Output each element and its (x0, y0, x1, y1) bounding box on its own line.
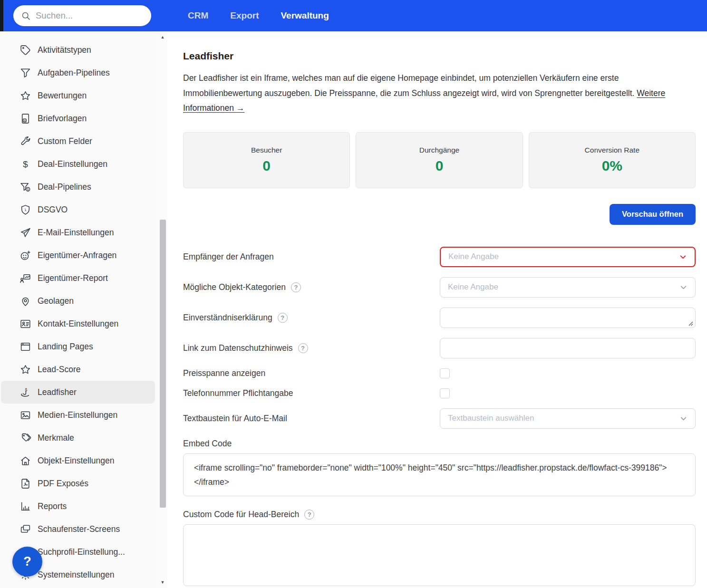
sidebar-item-bewertungen[interactable]: Bewertungen (0, 84, 158, 107)
help-circle-icon[interactable]: ? (304, 510, 314, 520)
embed-code-label: Embed Code (183, 439, 696, 449)
phone-required-checkbox[interactable] (440, 388, 450, 398)
tags-icon (19, 432, 31, 444)
open-preview-button[interactable]: Vorschau öffnen (610, 204, 696, 225)
sidebar-item-label: DSGVO (38, 205, 68, 215)
sidebar-item-kontakt-einstellungen[interactable]: Kontakt-Einstellungen (0, 312, 158, 335)
help-button[interactable]: ? (12, 547, 42, 577)
scrollbar-thumb[interactable] (160, 220, 166, 508)
recipients-select[interactable]: Keine Angabe (440, 247, 696, 267)
sidebar-item-deal-einstellungen[interactable]: $Deal-Einstellungen (0, 153, 158, 175)
form-row-auto-email: Textbaustein für Auto-E-Mail Textbaustei… (183, 408, 696, 429)
global-search[interactable] (13, 5, 151, 26)
settings-sidebar: AktivitätstypenAufgaben-PipelinesBewertu… (0, 31, 158, 588)
sidebar-item-custom-felder[interactable]: Custom Felder (0, 130, 158, 153)
sidebar-item-merkmale[interactable]: Merkmale (0, 426, 158, 449)
stat-card-durchgaenge: Durchgänge 0 (356, 132, 523, 188)
funnel-icon (19, 67, 31, 79)
word-document-icon: w (19, 112, 31, 125)
form-row-categories: Mögliche Objekt-Kategorien ? Keine Angab… (183, 277, 696, 298)
field-label: Mögliche Objekt-Kategorien ? (183, 282, 440, 292)
search-input[interactable] (36, 10, 151, 21)
shield-icon: 1 (19, 203, 31, 216)
stat-card-besucher: Besucher 0 (183, 132, 350, 188)
sidebar-item-dsgvo[interactable]: 1DSGVO (0, 198, 158, 221)
sidebar-item-landing-pages[interactable]: Landing Pages (0, 335, 158, 358)
sidebar-item-label: Systemeinstellungen (38, 570, 114, 580)
sidebar-item-aufgaben-pipelines[interactable]: Aufgaben-Pipelines (0, 61, 158, 84)
auto-email-select[interactable]: Textbaustein auswählen (440, 408, 696, 429)
sidebar-item-reports[interactable]: Reports (0, 495, 158, 518)
embed-code-box[interactable]: <iframe scrolling="no" frameborder="none… (183, 453, 696, 496)
scrollbar-up-arrow-icon[interactable]: ▲ (158, 32, 167, 42)
sidebar-item-label: Briefvorlagen (38, 114, 87, 124)
privacy-link-input[interactable] (440, 338, 696, 358)
leadfisher-form: Empfänger der Anfragen Keine Angabe Mögl… (183, 247, 696, 586)
button-row: Vorschau öffnen (183, 204, 696, 225)
nav-tab-crm[interactable]: CRM (188, 10, 208, 21)
sidebar-item-lead-score[interactable]: Lead-Score (0, 358, 158, 381)
label-text: Custom Code für Head-Bereich (183, 510, 299, 520)
sidebar-item-label: Geolagen (38, 296, 74, 306)
page-title: Leadfisher (183, 50, 696, 62)
pdf-document-icon (19, 477, 31, 490)
label-text: Mögliche Objekt-Kategorien (183, 282, 286, 292)
label-text: Embed Code (183, 439, 232, 449)
browser-window-icon (19, 340, 31, 353)
sidebar-item-pdf-expos-s[interactable]: PDF Exposés (0, 472, 158, 495)
funnel-dollar-icon: $ (19, 181, 31, 193)
select-placeholder: Textbaustein auswählen (448, 414, 534, 423)
custom-head-code-textarea[interactable] (183, 524, 696, 586)
sidebar-item-label: Aufgaben-Pipelines (38, 68, 110, 78)
nav-tab-verwaltung[interactable]: Verwaltung (281, 10, 329, 21)
sidebar-item-eigentümer-report[interactable]: Eigentümer-Report (0, 267, 158, 289)
form-row-phone-required: Telefonnummer Pflichtangabe (183, 388, 696, 398)
sidebar-item-label: Deal-Pipelines (38, 182, 91, 192)
help-circle-icon[interactable]: ? (278, 313, 288, 323)
dollar-icon: $ (19, 158, 31, 170)
resize-handle-icon[interactable] (688, 320, 693, 326)
scrollbar-down-arrow-icon[interactable]: ▼ (158, 578, 167, 587)
contact-card-icon (19, 318, 31, 330)
stat-value: 0% (602, 158, 622, 174)
sidebar-item-label: Aktivitätstypen (38, 45, 91, 55)
select-value: Keine Angabe (448, 252, 499, 261)
main-content: Leadfisher Der Leadfisher ist ein Iframe… (167, 31, 707, 588)
sidebar-item-briefvorlagen[interactable]: wBriefvorlagen (0, 107, 158, 130)
presentation-icon (19, 272, 31, 284)
consent-textarea[interactable] (440, 308, 696, 328)
tag-icon (19, 44, 31, 56)
top-bar: CRM Export Verwaltung (0, 0, 707, 31)
sidebar-item-aktivitätstypen[interactable]: Aktivitätstypen (0, 39, 158, 61)
sidebar-item-label: Objekt-Einstellungen (38, 456, 114, 466)
stat-value: 0 (262, 158, 271, 174)
stat-value: 0 (436, 158, 444, 174)
sidebar-item-objekt-einstellungen[interactable]: Objekt-Einstellungen (0, 449, 158, 472)
help-circle-icon[interactable]: ? (291, 282, 301, 292)
field-label: Preisspanne anzeigen (183, 368, 440, 378)
chevron-down-icon (679, 414, 688, 423)
sidebar-item-e-mail-einstellungen[interactable]: E-Mail-Einstellungen (0, 221, 158, 244)
label-text: Preisspanne anzeigen (183, 368, 265, 378)
sidebar-item-label: Leadfisher (38, 387, 77, 397)
sidebar-item-label: Medien-Einstellungen (38, 410, 117, 420)
field-label: Textbaustein für Auto-E-Mail (183, 414, 440, 424)
field-label: Link zum Datenschutzhinweis ? (183, 343, 440, 353)
page-description: Der Leadfisher ist ein Iframe, welches m… (183, 71, 696, 116)
svg-text:1: 1 (24, 208, 26, 212)
sidebar-item-schaufenster-screens[interactable]: Schaufenster-Screens (0, 518, 158, 540)
sidebar-scrollbar[interactable]: ▲ ▼ (158, 31, 167, 588)
sidebar-item-leadfisher[interactable]: $Leadfisher (1, 381, 155, 404)
sidebar-item-eigentümer-anfragen[interactable]: Eigentümer-Anfragen (0, 244, 158, 267)
star-icon (19, 89, 31, 102)
sidebar-item-label: Bewertungen (38, 91, 87, 101)
nav-tab-export[interactable]: Export (230, 10, 259, 21)
label-text: Textbaustein für Auto-E-Mail (183, 414, 287, 424)
categories-select[interactable]: Keine Angabe (440, 277, 696, 298)
sidebar-item-medien-einstellungen[interactable]: Medien-Einstellungen (0, 404, 158, 426)
smiley-plus-icon (19, 249, 31, 261)
price-range-checkbox[interactable] (440, 368, 450, 378)
help-circle-icon[interactable]: ? (298, 343, 308, 353)
sidebar-item-deal-pipelines[interactable]: $Deal-Pipelines (0, 175, 158, 198)
sidebar-item-geolagen[interactable]: Geolagen (0, 289, 158, 312)
